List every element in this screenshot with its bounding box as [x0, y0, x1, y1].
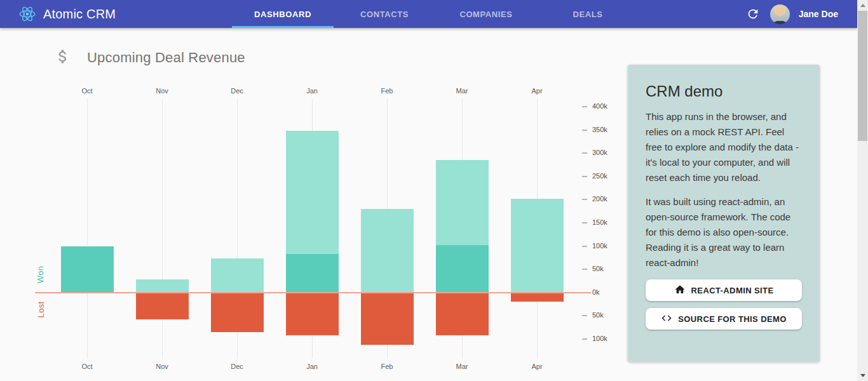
tab-deals[interactable]: DEALS	[537, 0, 639, 28]
card-paragraph-2: It was built using react-admin, an open-…	[646, 194, 802, 271]
react-admin-site-button[interactable]: REACT-ADMIN SITE	[646, 279, 802, 301]
card-buttons: REACT-ADMIN SITE SOURCE FOR THIS DEMO	[646, 279, 802, 330]
y-tick-dash	[582, 130, 587, 131]
tab-companies[interactable]: COMPANIES	[435, 0, 537, 28]
bar-feb-pending	[361, 209, 414, 293]
y-tick-label: 400k	[592, 102, 607, 110]
bar-oct-won	[61, 246, 114, 293]
user-avatar[interactable]	[770, 4, 790, 24]
vertical-scrollbar[interactable]	[857, 0, 868, 381]
bar-apr-lost	[511, 293, 564, 302]
y-tick-dash	[582, 338, 587, 340]
react-logo-icon	[19, 6, 36, 22]
bar-nov-pending	[136, 279, 189, 293]
x-axis-label-bottom: Oct	[68, 363, 106, 370]
zero-line	[35, 292, 591, 293]
brand: Atomic CRM	[19, 6, 116, 22]
scrollbar-thumb[interactable]	[858, 11, 867, 141]
bar-dec-pending	[211, 258, 264, 293]
bar-mar-lost	[436, 293, 489, 335]
y-tick-dash	[582, 292, 587, 293]
month-gridline	[87, 98, 88, 359]
refresh-icon[interactable]	[745, 6, 761, 22]
y-tick-label: 250k	[592, 172, 607, 180]
bar-nov-lost	[136, 293, 189, 319]
y-tick-dash	[582, 246, 587, 247]
active-tab-underline	[232, 26, 334, 28]
x-axis-label-bottom: Dec	[218, 363, 256, 370]
y-tick-dash	[582, 152, 587, 154]
page-title: Upcoming Deal Revenue	[87, 50, 245, 66]
code-icon	[661, 312, 672, 326]
card-title: CRM demo	[646, 83, 802, 100]
scroll-up-arrow-icon[interactable]	[857, 0, 868, 11]
y-tick-label: 0k	[592, 288, 600, 296]
dollar-icon	[54, 48, 72, 68]
bar-apr-pending	[511, 199, 564, 293]
x-axis-label-bottom: Nov	[143, 363, 181, 370]
user-name: Jane Doe	[799, 9, 838, 19]
y-tick-dash	[582, 176, 587, 177]
y-tick-label: 200k	[592, 195, 607, 203]
bar-feb-lost	[361, 293, 414, 345]
month-gridline	[162, 98, 163, 359]
navbar-right: Jane Doe	[745, 0, 838, 28]
home-icon	[674, 284, 686, 297]
bar-jan-won	[286, 254, 339, 293]
x-axis-label-top: Jan	[293, 87, 331, 95]
app-title: Atomic CRM	[43, 7, 116, 22]
x-axis-label-bottom: Mar	[443, 363, 481, 370]
page-heading: Upcoming Deal Revenue	[54, 48, 245, 68]
y-tick-label: 50k	[592, 311, 604, 319]
card-paragraph-1: This app runs in the browser, and relies…	[646, 109, 802, 185]
bar-dec-lost	[211, 293, 264, 332]
x-axis-label-top: Feb	[368, 87, 406, 95]
lost-axis-label: Lost	[36, 302, 46, 318]
x-axis-label-top: Nov	[143, 87, 181, 95]
main-nav-tabs: DASHBOARD CONTACTS COMPANIES DEALS	[232, 0, 639, 28]
y-tick-label: 300k	[592, 149, 607, 156]
app-bar: Atomic CRM DASHBOARD CONTACTS COMPANIES …	[0, 0, 857, 28]
y-tick-label: 150k	[592, 218, 607, 226]
x-axis-label-top: Oct	[68, 87, 106, 95]
won-axis-label: Won	[36, 266, 45, 283]
tab-contacts[interactable]: CONTACTS	[334, 0, 435, 28]
tab-dashboard[interactable]: DASHBOARD	[232, 0, 334, 28]
scroll-down-arrow-icon[interactable]	[857, 370, 868, 381]
y-tick-label: 100k	[592, 242, 607, 250]
x-axis-label-top: Dec	[218, 87, 256, 95]
x-axis-label-bottom: Feb	[368, 363, 406, 370]
y-tick-dash	[582, 315, 587, 316]
y-tick-label: 100k	[592, 335, 607, 342]
x-axis-label-top: Apr	[518, 87, 556, 95]
x-axis-label-bottom: Jan	[293, 363, 331, 370]
y-tick-dash	[582, 269, 587, 270]
y-tick-label: 50k	[592, 265, 604, 272]
x-axis-label-bottom: Apr	[518, 363, 556, 370]
crm-demo-card: CRM demo This app runs in the browser, a…	[628, 65, 820, 362]
y-tick-dash	[582, 222, 587, 224]
bar-mar-won	[436, 245, 489, 293]
y-tick-label: 350k	[592, 126, 607, 133]
source-demo-button[interactable]: SOURCE FOR THIS DEMO	[646, 308, 802, 330]
bar-jan-lost	[286, 293, 339, 335]
upcoming-deal-revenue-chart: OctOctNovNovDecDecJanJanFebFebMarMarAprA…	[0, 83, 626, 378]
y-tick-dash	[582, 106, 587, 107]
x-axis-label-top: Mar	[443, 87, 481, 95]
y-tick-dash	[582, 199, 587, 200]
